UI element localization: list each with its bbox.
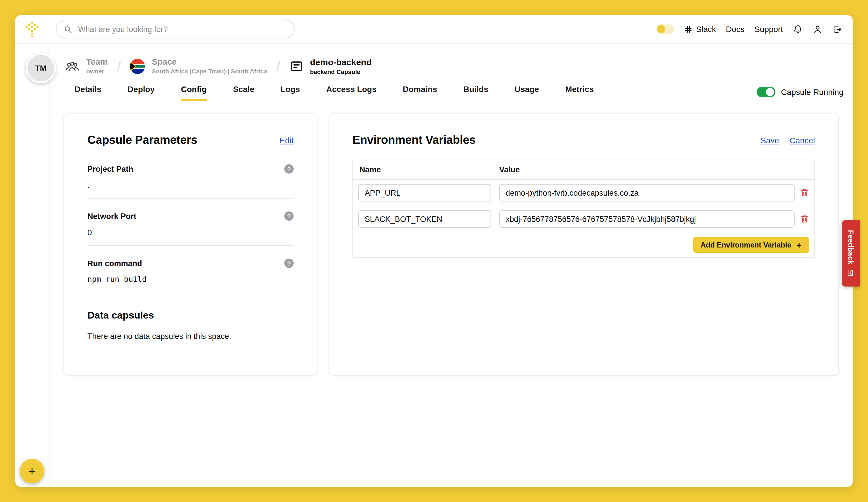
run-command-value: npm run build (87, 275, 293, 284)
edit-link[interactable]: Edit (280, 135, 293, 145)
topbar: Slack Docs Support (15, 15, 853, 44)
bell-icon (793, 24, 803, 34)
environment-variables-panel: Environment Variables Save Cancel Name V… (329, 113, 839, 376)
search-icon (63, 25, 72, 33)
app-window: Slack Docs Support (15, 15, 853, 487)
theme-icon (657, 25, 665, 33)
project-path-field: Project Path ? . (87, 164, 293, 199)
space-label: Space (152, 58, 267, 67)
tab-access-logs[interactable]: Access Logs (326, 84, 376, 101)
team-icon (65, 60, 80, 73)
capsule-parameters-panel: Capsule Parameters Edit Project Path ? . (63, 113, 318, 376)
tab-details[interactable]: Details (74, 84, 101, 101)
env-name-column-header: Name (353, 165, 499, 174)
notifications-button[interactable] (793, 24, 803, 34)
env-value-input[interactable] (499, 210, 795, 228)
feedback-tab[interactable]: Feedback (842, 220, 860, 286)
capsule-parameters-header: Capsule Parameters Edit (87, 133, 293, 147)
breadcrumb: Team owner / (65, 57, 843, 75)
tabs-row: Details Deploy Config Scale Logs Access … (74, 84, 844, 101)
breadcrumb-space[interactable]: Space South Africa (Cape Town) | South A… (152, 58, 267, 75)
data-capsules-empty-text: There are no data capsules in this space… (87, 332, 293, 341)
space-sublabel: South Africa (Cape Town) | South Africa (152, 68, 267, 75)
search-box[interactable] (56, 20, 295, 39)
team-sublabel: owner (86, 68, 108, 75)
toggle-knob (766, 88, 774, 96)
add-environment-variable-button[interactable]: Add Environment Variable + (693, 237, 809, 253)
divider (87, 198, 293, 199)
network-port-field: Network Port ? 0 (87, 211, 293, 246)
mail-icon (847, 269, 855, 276)
logo[interactable] (15, 20, 49, 38)
env-var-table: Name Value (352, 159, 815, 258)
network-port-label: Network Port (87, 212, 136, 220)
tab-logs[interactable]: Logs (280, 84, 300, 101)
env-table-footer: Add Environment Variable + (353, 232, 814, 258)
run-command-field: Run command ? npm run build (87, 259, 293, 292)
tab-domains[interactable]: Domains (403, 84, 437, 101)
nav-support-label: Support (754, 24, 783, 34)
environment-variables-title: Environment Variables (352, 133, 476, 147)
help-icon[interactable]: ? (284, 164, 293, 174)
content: Capsule Parameters Edit Project Path ? . (63, 113, 839, 376)
capsule-sublabel: backend Capsule (310, 69, 372, 75)
capsule-running-toggle[interactable] (756, 87, 775, 97)
team-label: Team (86, 58, 108, 67)
delete-env-var-button[interactable] (795, 214, 814, 224)
main-area: Team owner / (50, 44, 853, 487)
tab-builds[interactable]: Builds (463, 84, 488, 101)
tab-usage[interactable]: Usage (515, 84, 539, 101)
cancel-link[interactable]: Cancel (790, 135, 815, 145)
feedback-label: Feedback (847, 230, 855, 265)
topbar-nav: Slack Docs Support (657, 24, 853, 34)
capsule-parameters-title: Capsule Parameters (87, 133, 197, 147)
account-button[interactable] (813, 24, 823, 34)
nav-docs-label: Docs (726, 24, 744, 34)
breadcrumb-team[interactable]: Team owner (86, 58, 108, 75)
breadcrumb-separator: / (117, 58, 121, 75)
project-path-label: Project Path (87, 165, 133, 173)
breadcrumb-separator: / (277, 58, 280, 75)
env-name-input[interactable] (358, 210, 491, 228)
help-icon[interactable]: ? (284, 211, 293, 221)
nav-support[interactable]: Support (754, 24, 783, 34)
avatar[interactable]: TM (25, 53, 56, 83)
project-path-value: . (87, 180, 293, 190)
plus-icon: + (796, 241, 802, 249)
capsule-icon (290, 60, 303, 73)
env-value-input[interactable] (499, 184, 795, 201)
divider (87, 245, 293, 246)
trash-icon (800, 188, 809, 197)
network-port-value: 0 (87, 228, 293, 237)
environment-variables-header: Environment Variables Save Cancel (352, 133, 815, 147)
divider (87, 292, 293, 292)
search-input[interactable] (77, 24, 287, 34)
slack-icon (684, 25, 693, 33)
breadcrumb-capsule[interactable]: demo-backend backend Capsule (310, 57, 372, 75)
space-icon (130, 59, 145, 74)
tab-config[interactable]: Config (181, 84, 207, 101)
env-var-row (353, 206, 814, 232)
parameter-fields: Project Path ? . Network Port ? (87, 164, 293, 292)
nav-slack-label: Slack (696, 24, 716, 34)
help-icon[interactable]: ? (284, 259, 293, 268)
logout-icon (833, 24, 843, 34)
user-icon (813, 24, 823, 34)
save-link[interactable]: Save (761, 135, 779, 145)
add-env-var-label: Add Environment Variable (701, 241, 791, 249)
delete-env-var-button[interactable] (795, 188, 814, 197)
env-table-header: Name Value (353, 160, 814, 180)
page: Slack Docs Support (0, 0, 868, 502)
app-body: + Team owner / (15, 44, 853, 487)
tab-scale[interactable]: Scale (233, 84, 254, 101)
nav-docs[interactable]: Docs (726, 24, 744, 34)
capsule-status: Capsule Running (756, 87, 844, 101)
env-value-column-header: Value (499, 165, 795, 174)
tab-metrics[interactable]: Metrics (565, 84, 594, 101)
env-name-input[interactable] (358, 184, 491, 201)
tab-deploy[interactable]: Deploy (127, 84, 155, 101)
add-button[interactable]: + (20, 459, 44, 483)
nav-slack[interactable]: Slack (684, 24, 716, 34)
theme-toggle[interactable] (657, 24, 674, 34)
logout-button[interactable] (833, 24, 843, 34)
